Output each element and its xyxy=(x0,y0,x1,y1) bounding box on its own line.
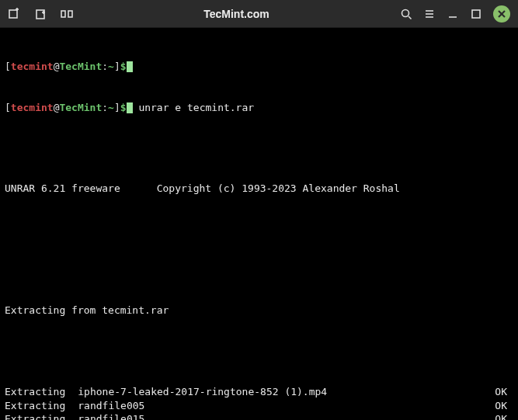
extraction-row: Extractingrandfile005OK xyxy=(5,399,513,413)
status-ok: OK xyxy=(495,412,513,420)
prompt-line-1: [tecmint@TecMint:~]$ xyxy=(5,60,513,74)
close-button[interactable] xyxy=(493,5,510,23)
status-ok: OK xyxy=(495,385,513,399)
maximize-icon[interactable] xyxy=(470,8,482,20)
extract-label: Extracting xyxy=(5,399,65,413)
svg-point-8 xyxy=(402,9,409,16)
svg-rect-14 xyxy=(472,10,480,18)
new-tab-icon[interactable] xyxy=(8,8,20,20)
extraction-row: Extractingrandfile015OK xyxy=(5,412,513,420)
svg-line-9 xyxy=(408,16,412,19)
entered-command: unrar e tecmint.rar xyxy=(138,102,254,113)
titlebar-right xyxy=(400,5,510,23)
version-line: UNRAR 6.21 freeware Copyright (c) 1993-2… xyxy=(5,182,513,196)
prompt-line-2: [tecmint@TecMint:~]$ unrar e tecmint.rar xyxy=(5,101,513,115)
svg-rect-6 xyxy=(61,11,65,17)
cursor-block xyxy=(127,61,133,72)
status-ok: OK xyxy=(495,399,513,413)
search-icon[interactable] xyxy=(400,8,412,20)
titlebar: TecMint.com xyxy=(0,0,518,28)
extract-label: Extracting xyxy=(5,412,65,420)
minimize-icon[interactable] xyxy=(447,8,459,20)
terminal-area[interactable]: [tecmint@TecMint:~]$ [tecmint@TecMint:~]… xyxy=(0,28,518,420)
svg-rect-0 xyxy=(9,10,17,18)
extract-filename: randfile015 xyxy=(65,412,144,420)
menu-icon[interactable] xyxy=(423,8,436,20)
titlebar-left xyxy=(8,8,73,20)
cursor-block xyxy=(127,102,133,113)
extract-label: Extracting xyxy=(5,385,65,399)
extraction-list: Extractingiphone-7-leaked-2017-ringtone-… xyxy=(5,385,513,420)
extraction-row: Extractingiphone-7-leaked-2017-ringtone-… xyxy=(5,385,513,399)
split-icon[interactable] xyxy=(61,8,73,20)
extract-filename: randfile005 xyxy=(65,399,144,413)
extract-filename: iphone-7-leaked-2017-ringtone-852 (1).mp… xyxy=(65,385,327,399)
svg-rect-7 xyxy=(68,11,72,17)
new-window-icon[interactable] xyxy=(34,8,47,20)
extracting-from-line: Extracting from tecmint.rar xyxy=(5,304,513,318)
window-title: TecMint.com xyxy=(73,8,400,20)
